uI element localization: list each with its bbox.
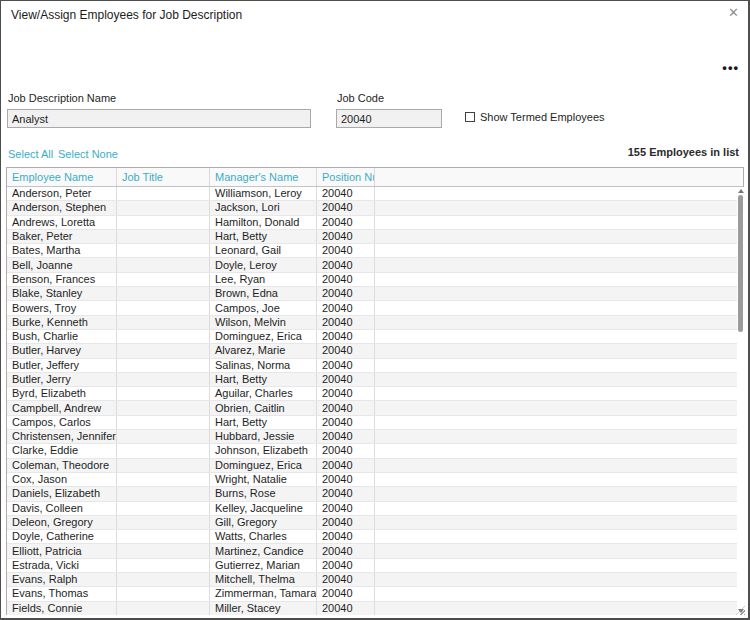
position-number-cell: 20040 [317, 287, 375, 300]
select-all-link[interactable]: Select All [8, 148, 53, 160]
close-icon[interactable]: ✕ [728, 6, 739, 20]
position-number-cell: 20040 [317, 473, 375, 486]
manager-name-cell: Wright, Natalie [210, 473, 317, 486]
employee-name-cell: Coleman, Theodore [7, 459, 117, 472]
table-row[interactable]: Clarke, Eddie Johnson, Elizabeth 20040 [7, 444, 737, 458]
table-row[interactable]: Coleman, Theodore Dominguez, Erica 20040 [7, 459, 737, 473]
employee-count-text: 155 Employees in list [628, 146, 739, 158]
column-header-managers-name[interactable]: Manager's Name [210, 168, 317, 186]
job-title-cell [117, 216, 210, 229]
job-title-cell [117, 244, 210, 257]
table-row[interactable]: Evans, Thomas Zimmerman, Tamara 20040 [7, 587, 737, 601]
manager-name-cell: Obrien, Caitlin [210, 401, 317, 414]
table-row[interactable]: Evans, Ralph Mitchell, Thelma 20040 [7, 573, 737, 587]
job-title-cell [117, 416, 210, 429]
employee-name-cell: Campos, Carlos [7, 416, 117, 429]
job-code-field[interactable] [336, 109, 442, 128]
row-filler-cell [375, 301, 737, 314]
manager-name-cell: Doyle, Leroy [210, 258, 317, 271]
column-header-position-number[interactable]: Position Nur [317, 168, 375, 186]
column-header-employee-name[interactable]: Employee Name [7, 168, 117, 186]
employee-name-cell: Cox, Jason [7, 473, 117, 486]
manager-name-cell: Johnson, Elizabeth [210, 444, 317, 457]
scrollbar-up-arrow-icon[interactable] [738, 189, 744, 193]
position-number-cell: 20040 [317, 430, 375, 443]
dialog-title: View/Assign Employees for Job Descriptio… [11, 8, 242, 22]
table-row[interactable]: Fields, Connie Miller, Stacey 20040 [7, 602, 737, 615]
manager-name-cell: Kelley, Jacqueline [210, 502, 317, 515]
row-filler-cell [375, 344, 737, 357]
job-title-cell [117, 516, 210, 529]
table-row[interactable]: Estrada, Vicki Gutierrez, Marian 20040 [7, 559, 737, 573]
job-title-cell [117, 502, 210, 515]
more-options-icon[interactable]: ••• [722, 61, 739, 75]
table-row[interactable]: Butler, Harvey Alvarez, Marie 20040 [7, 344, 737, 358]
employee-name-cell: Bush, Charlie [7, 330, 117, 343]
employee-name-cell: Anderson, Stephen [7, 201, 117, 214]
table-row[interactable]: Doyle, Catherine Watts, Charles 20040 [7, 530, 737, 544]
table-row[interactable]: Campos, Carlos Hart, Betty 20040 [7, 416, 737, 430]
table-row[interactable]: Anderson, Stephen Jackson, Lori 20040 [7, 201, 737, 215]
table-row[interactable]: Deleon, Gregory Gill, Gregory 20040 [7, 516, 737, 530]
table-row[interactable]: Daniels, Elizabeth Burns, Rose 20040 [7, 487, 737, 501]
vertical-scrollbar[interactable] [737, 187, 745, 615]
employee-name-cell: Anderson, Peter [7, 187, 117, 200]
position-number-cell: 20040 [317, 258, 375, 271]
job-title-cell [117, 559, 210, 572]
job-title-cell [117, 430, 210, 443]
position-number-cell: 20040 [317, 387, 375, 400]
table-row[interactable]: Davis, Colleen Kelley, Jacqueline 20040 [7, 502, 737, 516]
position-number-cell: 20040 [317, 301, 375, 314]
employee-name-cell: Fields, Connie [7, 602, 117, 615]
table-row[interactable]: Anderson, Peter Williamson, Leroy 20040 [7, 187, 737, 201]
position-number-cell: 20040 [317, 544, 375, 557]
table-row[interactable]: Benson, Frances Lee, Ryan 20040 [7, 273, 737, 287]
table-row[interactable]: Cox, Jason Wright, Natalie 20040 [7, 473, 737, 487]
table-row[interactable]: Byrd, Elizabeth Aguilar, Charles 20040 [7, 387, 737, 401]
row-filler-cell [375, 401, 737, 414]
job-description-name-field[interactable] [7, 109, 311, 128]
manager-name-cell: Gutierrez, Marian [210, 559, 317, 572]
employee-name-cell: Daniels, Elizabeth [7, 487, 117, 500]
table-row[interactable]: Baker, Peter Hart, Betty 20040 [7, 230, 737, 244]
table-row[interactable]: Andrews, Loretta Hamilton, Donald 20040 [7, 216, 737, 230]
row-filler-cell [375, 187, 737, 200]
manager-name-cell: Hart, Betty [210, 416, 317, 429]
position-number-cell: 20040 [317, 487, 375, 500]
position-number-cell: 20040 [317, 201, 375, 214]
employee-name-cell: Bell, Joanne [7, 258, 117, 271]
row-filler-cell [375, 244, 737, 257]
position-number-cell: 20040 [317, 244, 375, 257]
employee-name-cell: Bowers, Troy [7, 301, 117, 314]
manager-name-cell: Zimmerman, Tamara [210, 587, 317, 600]
row-filler-cell [375, 258, 737, 271]
employee-name-cell: Clarke, Eddie [7, 444, 117, 457]
table-row[interactable]: Campbell, Andrew Obrien, Caitlin 20040 [7, 401, 737, 415]
view-assign-employees-dialog: View/Assign Employees for Job Descriptio… [0, 0, 750, 620]
manager-name-cell: Hart, Betty [210, 373, 317, 386]
table-row[interactable]: Burke, Kenneth Wilson, Melvin 20040 [7, 316, 737, 330]
show-termed-employees-checkbox[interactable]: Show Termed Employees [465, 111, 605, 123]
table-row[interactable]: Bates, Martha Leonard, Gail 20040 [7, 244, 737, 258]
scrollbar-thumb[interactable] [738, 195, 743, 332]
position-number-cell: 20040 [317, 502, 375, 515]
manager-name-cell: Brown, Edna [210, 287, 317, 300]
table-row[interactable]: Blake, Stanley Brown, Edna 20040 [7, 287, 737, 301]
table-row[interactable]: Elliott, Patricia Martinez, Candice 2004… [7, 544, 737, 558]
table-row[interactable]: Butler, Jeffery Salinas, Norma 20040 [7, 359, 737, 373]
table-row[interactable]: Christensen, Jennifer Hubbard, Jessie 20… [7, 430, 737, 444]
row-filler-cell [375, 544, 737, 557]
table-row[interactable]: Bowers, Troy Campos, Joe 20040 [7, 301, 737, 315]
row-filler-cell [375, 487, 737, 500]
table-row[interactable]: Bell, Joanne Doyle, Leroy 20040 [7, 258, 737, 272]
column-header-job-title[interactable]: Job Title [117, 168, 210, 186]
manager-name-cell: Hart, Betty [210, 230, 317, 243]
table-row[interactable]: Butler, Jerry Hart, Betty 20040 [7, 373, 737, 387]
table-row[interactable]: Bush, Charlie Dominguez, Erica 20040 [7, 330, 737, 344]
select-none-link[interactable]: Select None [58, 148, 118, 160]
position-number-cell: 20040 [317, 602, 375, 615]
manager-name-cell: Jackson, Lori [210, 201, 317, 214]
row-filler-cell [375, 416, 737, 429]
checkbox-icon[interactable] [465, 112, 475, 122]
employee-name-cell: Butler, Jerry [7, 373, 117, 386]
